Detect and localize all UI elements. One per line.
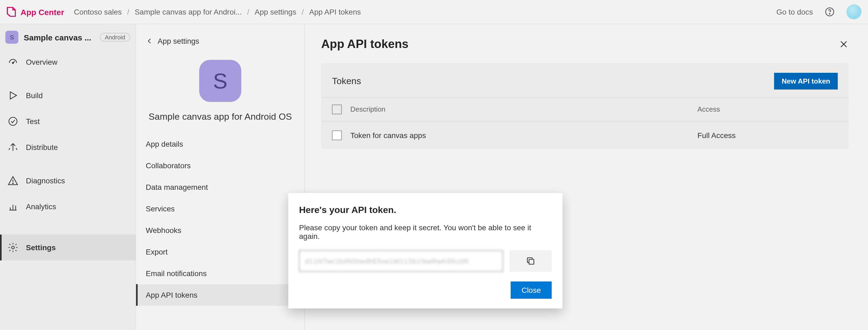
settings-back-label: App settings bbox=[158, 37, 199, 45]
table-row[interactable]: Token for canvas apps Full Access bbox=[321, 121, 848, 149]
token-access: Full Access bbox=[698, 131, 838, 139]
settings-item-export[interactable]: Export bbox=[136, 241, 305, 263]
app-tile-large-icon: S bbox=[199, 60, 241, 102]
settings-item-email-notifications[interactable]: Email notifications bbox=[136, 263, 305, 284]
avatar[interactable] bbox=[846, 4, 862, 20]
sidebar-item-diagnostics[interactable]: Diagnostics bbox=[0, 168, 135, 194]
settings-back-button[interactable]: App settings bbox=[136, 32, 305, 50]
sidebar-item-label: Analytics bbox=[26, 202, 56, 211]
copy-icon bbox=[526, 256, 535, 266]
go-to-docs-link[interactable]: Go to docs bbox=[776, 7, 813, 16]
settings-app-name: Sample canvas app for Android OS bbox=[143, 111, 298, 122]
warning-icon bbox=[7, 175, 18, 186]
chevron-left-icon bbox=[146, 37, 153, 45]
sidebar-item-settings[interactable]: Settings bbox=[0, 235, 135, 260]
gauge-icon bbox=[7, 57, 18, 67]
svg-point-1 bbox=[829, 13, 830, 14]
row-checkbox[interactable] bbox=[332, 130, 342, 140]
breadcrumb: Contoso sales / Sample canvas app for An… bbox=[74, 7, 361, 16]
modal-body: Please copy your token and keep it secre… bbox=[299, 223, 552, 240]
brand[interactable]: App Center bbox=[5, 6, 64, 18]
breadcrumb-item[interactable]: App API tokens bbox=[309, 7, 361, 16]
settings-item-data-management[interactable]: Data management bbox=[136, 176, 305, 198]
sidebar-item-label: Diagnostics bbox=[26, 176, 65, 185]
api-token-field[interactable]: d11NTwr1bdN5twdhEfvw1M11Sb1NwRwhSfvzIR bbox=[299, 250, 503, 272]
sidebar-item-label: Test bbox=[26, 117, 40, 126]
sidebar-item-label: Distribute bbox=[26, 143, 58, 152]
settings-item-webhooks[interactable]: Webhooks bbox=[136, 220, 305, 241]
svg-rect-9 bbox=[529, 259, 534, 264]
sidebar: S Sample canvas ... Android Overview Bui… bbox=[0, 24, 136, 330]
app-name-truncated: Sample canvas ... bbox=[24, 33, 94, 42]
sidebar-item-label: Overview bbox=[26, 58, 58, 66]
settings-item-app-details[interactable]: App details bbox=[136, 133, 305, 155]
brand-name: App Center bbox=[21, 7, 64, 16]
settings-item-services[interactable]: Services bbox=[136, 198, 305, 220]
sidebar-item-distribute[interactable]: Distribute bbox=[0, 134, 135, 160]
sidebar-item-analytics[interactable]: Analytics bbox=[0, 194, 135, 220]
platform-badge: Android bbox=[100, 33, 130, 41]
new-api-token-button[interactable]: New API token bbox=[774, 73, 838, 90]
sidebar-item-build[interactable]: Build bbox=[0, 82, 135, 108]
sidebar-item-overview[interactable]: Overview bbox=[0, 49, 135, 75]
column-description: Description bbox=[350, 105, 698, 113]
svg-marker-3 bbox=[10, 92, 17, 99]
app-switcher[interactable]: S Sample canvas ... Android bbox=[0, 28, 135, 49]
topbar: App Center Contoso sales / Sample canvas… bbox=[0, 0, 868, 24]
close-button[interactable]: Close bbox=[510, 282, 552, 299]
breadcrumb-item[interactable]: Contoso sales bbox=[74, 7, 122, 16]
breadcrumb-item[interactable]: Sample canvas app for Androi... bbox=[135, 7, 242, 16]
svg-point-6 bbox=[11, 246, 14, 249]
app-center-logo-icon bbox=[5, 6, 17, 18]
sidebar-item-label: Settings bbox=[26, 243, 56, 252]
sidebar-item-test[interactable]: Test bbox=[0, 108, 135, 134]
app-tile-icon: S bbox=[5, 31, 18, 44]
tokens-section-title: Tokens bbox=[332, 76, 361, 87]
settings-subnav: App settings S Sample canvas app for And… bbox=[136, 24, 305, 330]
distribute-icon bbox=[7, 142, 18, 153]
tokens-table-header: Description Access bbox=[321, 97, 848, 121]
svg-point-5 bbox=[13, 183, 13, 184]
settings-item-app-api-tokens[interactable]: App API tokens bbox=[136, 284, 305, 306]
modal-title: Here's your API token. bbox=[299, 205, 552, 216]
bars-icon bbox=[7, 201, 18, 212]
select-all-checkbox[interactable] bbox=[332, 104, 342, 114]
play-icon bbox=[7, 90, 18, 101]
token-description: Token for canvas apps bbox=[350, 131, 698, 139]
check-circle-icon bbox=[7, 116, 18, 127]
tokens-card: Tokens New API token Description Access … bbox=[321, 63, 848, 149]
api-token-modal: Here's your API token. Please copy your … bbox=[288, 193, 562, 308]
settings-item-collaborators[interactable]: Collaborators bbox=[136, 155, 305, 176]
breadcrumb-item[interactable]: App settings bbox=[255, 7, 296, 16]
page-title: App API tokens bbox=[321, 37, 409, 51]
close-icon[interactable] bbox=[839, 39, 848, 49]
help-icon[interactable] bbox=[825, 7, 835, 17]
copy-token-button[interactable] bbox=[509, 250, 552, 272]
column-access: Access bbox=[698, 105, 838, 113]
svg-point-4 bbox=[9, 117, 17, 125]
gear-icon bbox=[7, 242, 18, 253]
sidebar-item-label: Build bbox=[26, 91, 43, 100]
